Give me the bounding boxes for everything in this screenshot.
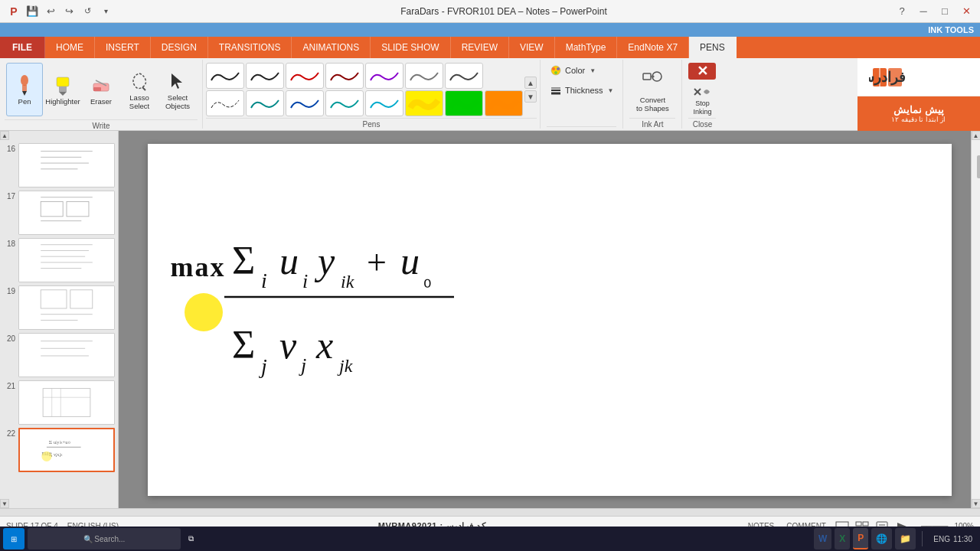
pens-group: ▲ ▼ Pens [203, 60, 541, 129]
title-bar: P 💾 ↩ ↪ ↺ ▾ FaraDars - FVROR101 DEA – No… [0, 0, 980, 23]
slide-item-21[interactable]: 21 [3, 380, 115, 425]
pen-swatch-10[interactable] [286, 90, 324, 116]
pen-swatch-3[interactable] [286, 63, 324, 89]
slide-area-scrollbar[interactable]: ▲ ▼ [971, 131, 980, 508]
horizontal-scrollbar[interactable] [0, 508, 980, 516]
tab-transitions[interactable]: TRANSITIONS [208, 37, 292, 58]
minimize-button[interactable]: ─ [916, 4, 931, 19]
pen-swatch-2[interactable] [246, 63, 284, 89]
logo-top: فرادرس [858, 58, 980, 96]
slide-panel-scroll-up[interactable]: ▲ [0, 131, 9, 140]
save-button[interactable]: 💾 [24, 4, 40, 19]
slide-item-18[interactable]: 18 [3, 238, 115, 282]
slide-number-18: 18 [3, 238, 15, 248]
svg-marker-2 [22, 91, 27, 96]
slide-canvas[interactable]: max Σ i u i y ik + u ₀ [148, 144, 952, 496]
slide-item-20[interactable]: 20 [3, 333, 115, 377]
slide-item-19[interactable]: 19 [3, 285, 115, 330]
svg-rect-44 [43, 389, 90, 417]
eraser-label: Eraser [90, 97, 112, 106]
slide-thumb-17[interactable] [18, 191, 115, 235]
write-group: Pen Highlighter Eraser [0, 60, 203, 129]
taskview-button[interactable]: ⧉ [184, 528, 198, 549]
tab-review[interactable]: REVIEW [451, 37, 509, 58]
scrollbar-thumb[interactable] [977, 155, 981, 178]
slide-thumb-16[interactable] [18, 143, 115, 187]
customize-qa-button[interactable]: ▾ [98, 4, 113, 19]
scrollbar-down-button[interactable]: ▼ [972, 499, 981, 508]
tab-endnote[interactable]: EndNote X7 [617, 37, 689, 58]
start-button[interactable]: ⊞ [3, 528, 24, 549]
tab-file[interactable]: FILE [0, 37, 45, 58]
slide-thumb-19[interactable] [18, 285, 115, 330]
word-taskbar[interactable]: W [814, 528, 831, 549]
close-button[interactable]: ✕ [959, 4, 974, 19]
tab-mathtype[interactable]: MathType [555, 37, 618, 58]
slide-item-17[interactable]: 17 [3, 191, 115, 235]
pens-scroll-down[interactable]: ▼ [524, 90, 537, 103]
select-objects-button[interactable]: Select Objects [159, 63, 196, 116]
tab-home[interactable]: HOME [45, 37, 95, 58]
svg-rect-16 [643, 73, 651, 80]
pen-swatch-6[interactable] [405, 63, 443, 89]
svg-text:u: u [400, 240, 420, 282]
highlighter-button[interactable]: Highlighter [44, 63, 81, 116]
pen-swatch-4[interactable] [325, 63, 364, 89]
notification-area[interactable]: ENG 11:30 [929, 528, 977, 549]
pens-scroll-up[interactable]: ▲ [524, 77, 537, 89]
redo-button[interactable]: ↪ [61, 4, 77, 19]
thickness-button[interactable]: Thickness ▼ [547, 83, 616, 98]
tab-insert[interactable]: INSERT [95, 37, 151, 58]
stop-inking-button[interactable]: StopInking [688, 83, 716, 118]
pen-swatch-14[interactable] [445, 90, 483, 116]
lasso-select-button[interactable]: Lasso Select [121, 63, 158, 116]
tab-slideshow[interactable]: SLIDE SHOW [371, 37, 450, 58]
svg-text:i: i [302, 270, 308, 292]
repeat-button[interactable]: ↺ [80, 4, 95, 19]
svg-rect-1 [22, 85, 27, 91]
write-label: Write [5, 119, 198, 130]
slide-number-20: 20 [3, 333, 15, 343]
restore-button[interactable]: □ [937, 4, 952, 19]
slide-thumb-18[interactable] [18, 238, 115, 282]
color-icon [550, 64, 562, 77]
tab-pens[interactable]: PENS [689, 37, 737, 58]
slide-panel-scroll-down[interactable]: ▼ [0, 499, 9, 508]
pen-swatch-12[interactable] [365, 90, 403, 116]
slide-thumb-21[interactable] [18, 380, 115, 425]
excel-taskbar[interactable]: X [835, 528, 850, 549]
convert-icon [640, 66, 665, 94]
logo-bottom[interactable]: پیش نمایش از ابتدا تا دقیقه ۱۲ [858, 96, 980, 131]
slide-area: max Σ i u i y ik + u ₀ [119, 131, 980, 508]
explorer-taskbar[interactable]: 📁 [895, 528, 916, 549]
browser-taskbar[interactable]: 🌐 [871, 528, 892, 549]
convert-to-shapes-button[interactable]: Convertto Shapes [629, 63, 675, 116]
stop-inking-icon [691, 84, 713, 99]
pen-swatch-11[interactable] [325, 90, 364, 116]
pen-swatch-9[interactable] [246, 90, 284, 116]
slide-item-16[interactable]: 16 [3, 143, 115, 187]
undo-button[interactable]: ↩ [43, 4, 58, 19]
svg-rect-7 [93, 87, 101, 91]
slide-item-22[interactable]: 22 Σᵢ uᵢyᵢₖ+u₀ Σⱼ vⱼxⱼₖ max [3, 428, 115, 472]
pen-swatch-15[interactable] [485, 90, 523, 116]
tab-view[interactable]: VIEW [509, 37, 555, 58]
color-button[interactable]: Color ▼ [547, 63, 616, 78]
eraser-button[interactable]: Eraser [83, 63, 119, 116]
pen-swatch-8[interactable] [206, 90, 244, 116]
slide-thumb-20[interactable] [18, 333, 115, 377]
help-button[interactable]: ? [894, 4, 910, 19]
pen-swatch-5[interactable] [365, 63, 403, 89]
pen-icon [14, 74, 35, 96]
scrollbar-up-button[interactable]: ▲ [972, 131, 981, 140]
pen-swatch-13[interactable] [405, 90, 443, 116]
pen-swatch-7[interactable] [445, 63, 483, 89]
tab-animations[interactable]: ANIMATIONS [292, 37, 371, 58]
powerpoint-taskbar[interactable]: P [853, 528, 868, 549]
close-ink-tools-button[interactable]: ✕ [688, 63, 716, 80]
pen-swatch-1[interactable] [206, 63, 244, 89]
pen-button[interactable]: Pen [6, 63, 43, 116]
tab-design[interactable]: DESIGN [151, 37, 208, 58]
search-taskbar[interactable]: 🔍 Search... [28, 528, 181, 549]
slide-thumb-22[interactable]: Σᵢ uᵢyᵢₖ+u₀ Σⱼ vⱼxⱼₖ max [18, 428, 115, 472]
